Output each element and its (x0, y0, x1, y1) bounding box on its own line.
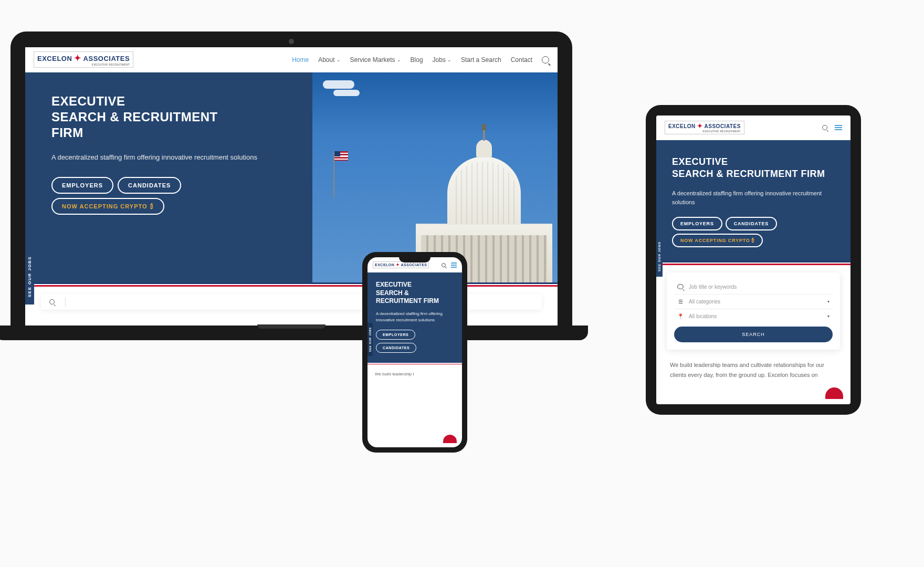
nav-contact[interactable]: Contact (511, 56, 532, 64)
search-button[interactable]: SEARCH (674, 327, 833, 342)
search-icon (49, 299, 55, 304)
search-icon[interactable] (822, 125, 827, 130)
hero-section: EXECUTIVE SEARCH & RECRUITMENT FIRM A de… (25, 72, 558, 282)
accent-decoration (825, 387, 843, 399)
phone-viewport: EXCELON ✦ ASSOCIATES EXECUTIVE SEARCH & … (368, 257, 462, 447)
hero-button-row: EMPLOYERS CANDIDATES NOW ACCEPTING CRYPT… (51, 177, 297, 215)
hero-image-capitol (312, 72, 558, 282)
laptop-screen-bezel: EXCELON ✦ ASSOCIATES EXECUTIVE RECRUITME… (10, 32, 572, 326)
site-logo[interactable]: EXCELON ✦ ASSOCIATES EXECUTIVE RECRUITME… (34, 51, 133, 68)
phone-notch (399, 257, 430, 262)
chevron-down-icon: ⌄ (397, 57, 401, 62)
chevron-down-icon: ▾ (827, 299, 830, 304)
logo-text-right: ASSOCIATES (83, 55, 130, 62)
chevron-down-icon: ⌄ (337, 57, 341, 62)
laptop-mockup: EXCELON ✦ ASSOCIATES EXECUTIVE RECRUITME… (10, 32, 572, 340)
chevron-down-icon: ▾ (827, 314, 830, 319)
locations-select[interactable]: 📍 All locations ▾ (674, 309, 833, 323)
hamburger-menu-icon[interactable] (451, 262, 457, 268)
tablet-mockup: EXCELON ✦ ASSOCIATES EXECUTIVE RECRUITME… (646, 105, 861, 415)
nav-service-markets[interactable]: Service Markets⌄ (350, 56, 401, 64)
candidates-button[interactable]: CANDIDATES (118, 177, 181, 194)
hero-content: EXECUTIVE SEARCH & RECRUITMENT FIRM A de… (25, 72, 312, 282)
intro-paragraph: We build leadership teams and cultivate … (656, 357, 850, 383)
keywords-input[interactable]: Job title or keywords (674, 280, 833, 294)
nav-about[interactable]: About⌄ (318, 56, 340, 64)
laptop-camera (289, 39, 294, 44)
see-jobs-side-tab[interactable]: SEE OUR JOBS (25, 249, 34, 304)
main-nav: Home About⌄ Service Markets⌄ Blog Jobs⌄ … (292, 56, 549, 64)
hamburger-menu-icon[interactable] (835, 125, 842, 130)
nav-blog[interactable]: Blog (411, 56, 423, 64)
site-logo[interactable]: EXCELON ✦ ASSOCIATES EXECUTIVE RECRUITME… (665, 121, 744, 134)
laptop-base (0, 326, 588, 340)
search-bar-section (25, 287, 558, 310)
crypto-button[interactable]: NOW ACCEPTING CRYPTO ₿ (51, 198, 164, 215)
laptop-viewport: EXCELON ✦ ASSOCIATES EXECUTIVE RECRUITME… (25, 47, 558, 326)
flag-icon (333, 151, 334, 198)
hero-subtitle: A decentralized staffing firm offering i… (51, 152, 297, 163)
clouds-decoration (323, 80, 375, 101)
crypto-button[interactable]: NOW ACCEPTING CRYPTO ₿ (672, 234, 763, 247)
site-header: EXCELON ✦ ASSOCIATES EXECUTIVE RECRUITME… (656, 116, 850, 140)
capitol-dome (447, 156, 521, 230)
phone-mockup: EXCELON ✦ ASSOCIATES EXECUTIVE SEARCH & … (362, 252, 467, 453)
bitcoin-icon: ₿ (752, 238, 754, 243)
capitol-statue (482, 124, 486, 131)
candidates-button[interactable]: CANDIDATES (726, 217, 777, 230)
bitcoin-icon: ₿ (150, 203, 154, 209)
categories-select[interactable]: ☰ All categories ▾ (674, 294, 833, 309)
see-jobs-side-tab[interactable]: SEE OUR JOBS (368, 323, 373, 356)
nav-home[interactable]: Home (292, 56, 309, 64)
nav-start-search[interactable]: Start a Search (461, 56, 501, 64)
hero-title: EXECUTIVE SEARCH & RECRUITMENT FIRM (376, 281, 454, 306)
intro-paragraph: We build leadership t (368, 364, 462, 384)
hero-section: EXECUTIVE SEARCH & RECRUITMENT FIRM A de… (656, 140, 850, 261)
search-icon (677, 284, 684, 289)
employers-button[interactable]: EMPLOYERS (672, 217, 722, 230)
hero-subtitle: A decentralized staffing firm offering i… (672, 189, 835, 207)
hero-section: EXECUTIVE SEARCH & RECRUITMENT FIRM A de… (368, 272, 462, 362)
nav-jobs[interactable]: Jobs⌄ (433, 56, 452, 64)
search-icon[interactable] (542, 56, 549, 64)
tablet-viewport: EXCELON ✦ ASSOCIATES EXECUTIVE RECRUITME… (656, 116, 850, 404)
flag-stripe-divider (25, 282, 558, 287)
logo-star-icon: ✦ (697, 122, 703, 130)
list-icon: ☰ (677, 299, 684, 304)
hero-title: EXECUTIVE SEARCH & RECRUITMENT FIRM (672, 156, 835, 181)
logo-text-left: EXCELON (37, 55, 72, 62)
chevron-down-icon: ⌄ (447, 57, 452, 62)
phone-frame: EXCELON ✦ ASSOCIATES EXECUTIVE SEARCH & … (362, 252, 467, 453)
logo-star-icon: ✦ (74, 54, 81, 62)
flag-stripe-divider (656, 261, 850, 265)
job-search-card: Job title or keywords ☰ All categories ▾… (667, 272, 840, 350)
hero-button-row: EMPLOYERS CANDIDATES NOW ACCEPTING CRYPT… (672, 217, 835, 247)
tablet-frame: EXCELON ✦ ASSOCIATES EXECUTIVE RECRUITME… (646, 105, 861, 415)
site-header: EXCELON ✦ ASSOCIATES EXECUTIVE RECRUITME… (25, 47, 558, 72)
accent-decoration (443, 435, 457, 443)
logo-tagline: EXECUTIVE RECRUITMENT (37, 63, 130, 66)
logo-star-icon: ✦ (396, 262, 400, 267)
hero-subtitle: A decentralized staffing firm offering i… (376, 311, 454, 323)
see-jobs-side-tab[interactable]: SEE OUR JOBS (656, 236, 663, 277)
employers-button[interactable]: EMPLOYERS (376, 330, 415, 340)
location-pin-icon: 📍 (677, 313, 684, 319)
search-icon[interactable] (442, 263, 446, 267)
hero-title: EXECUTIVE SEARCH & RECRUITMENT FIRM (51, 93, 297, 141)
candidates-button[interactable]: CANDIDATES (376, 343, 416, 353)
employers-button[interactable]: EMPLOYERS (51, 177, 113, 194)
